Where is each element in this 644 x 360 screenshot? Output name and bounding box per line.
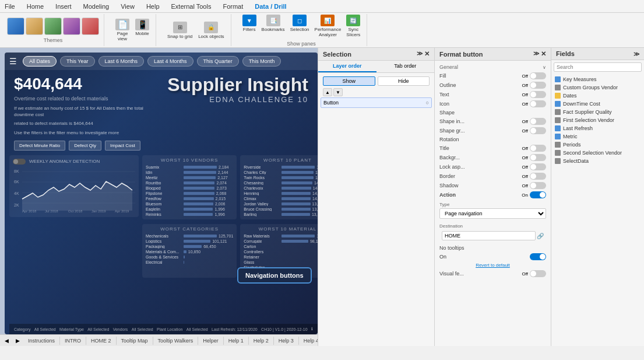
tab-tooltip-map[interactable]: Tooltip Map: [117, 337, 153, 345]
field-item[interactable]: Custom Groups Vendor: [552, 83, 643, 92]
filters-btn[interactable]: ▼ Filters: [241, 13, 258, 39]
fields-search[interactable]: [554, 62, 642, 72]
category-label: Category: [14, 327, 30, 331]
close-selection-icon[interactable]: ✕: [424, 50, 430, 58]
hamburger-icon[interactable]: ☰: [9, 57, 17, 66]
page-view-btn[interactable]: 📄 Pageview: [114, 18, 131, 43]
filter-last-6[interactable]: Last 6 Months: [98, 56, 145, 67]
menu-home[interactable]: Home: [24, 2, 46, 11]
backgr-toggle[interactable]: [530, 154, 546, 161]
perf-analyzer-btn[interactable]: 📊 PerformanceAnalyzer: [313, 13, 343, 39]
field-item[interactable]: Second Selection Vendor: [552, 149, 643, 157]
dest-icon[interactable]: 🔗: [537, 233, 544, 239]
border-toggle[interactable]: [530, 173, 546, 180]
icon-toggle[interactable]: [530, 100, 546, 107]
field-item[interactable]: SelectData: [552, 157, 643, 165]
general-section-title[interactable]: General ∨: [437, 63, 548, 71]
tab-home2[interactable]: HOME 2: [86, 337, 117, 345]
tab-tab-order[interactable]: Tab order: [376, 61, 435, 72]
shape-gr-toggle[interactable]: [530, 127, 546, 134]
plant-location-label: Plant Location: [157, 327, 182, 331]
shadow-toggle[interactable]: [530, 182, 546, 189]
visual-fe-off: Off: [522, 271, 528, 277]
tab-layer-order[interactable]: Layer order: [318, 61, 376, 72]
title-toggle[interactable]: [530, 145, 546, 152]
down-arrow-btn[interactable]: ▼: [333, 88, 343, 96]
field-item[interactable]: Metric: [552, 132, 643, 141]
field-item[interactable]: Last Refresh: [552, 124, 643, 132]
tab-help4[interactable]: Help 4: [299, 337, 318, 345]
prev-page-icon[interactable]: ◀: [1, 337, 12, 345]
snap-grid-btn[interactable]: ⊞ Snap to grid: [166, 20, 194, 40]
menu-insert[interactable]: Insert: [53, 2, 74, 11]
tab-help2[interactable]: Help 2: [249, 337, 274, 345]
fill-toggle[interactable]: [530, 72, 546, 79]
lock-asp-toggle[interactable]: [530, 163, 546, 170]
bookmarks-btn[interactable]: 📑 Bookmarks: [260, 13, 287, 39]
anomaly-toggle[interactable]: [13, 159, 26, 165]
lock-objects-btn[interactable]: 🔒 Lock objects: [196, 20, 226, 40]
menu-file[interactable]: File: [2, 2, 17, 11]
theme-1[interactable]: [7, 18, 24, 35]
filter-this-quarter[interactable]: This Quarter: [197, 56, 239, 67]
tooltips-toggle[interactable]: [530, 253, 546, 260]
menu-help[interactable]: Help: [144, 2, 162, 11]
dest-input[interactable]: [442, 231, 536, 240]
visual-fe-toggle[interactable]: [530, 270, 546, 277]
filter-all-dates[interactable]: All Dates: [23, 56, 57, 67]
defect-minute-btn[interactable]: Defect Minute Ratio: [14, 141, 65, 151]
field-item[interactable]: First Selection Vendor: [552, 116, 643, 124]
theme-4[interactable]: [63, 18, 80, 35]
sync-slicers-btn[interactable]: 🔄 SyncSlicers: [344, 13, 362, 39]
button-layer-item[interactable]: Button ○: [321, 97, 432, 108]
tab-help1[interactable]: Help 1: [224, 337, 249, 345]
filter-this-year[interactable]: This Year: [60, 56, 95, 67]
menu-external-tools[interactable]: External Tools: [169, 2, 214, 11]
field-item[interactable]: Periods: [552, 141, 643, 149]
up-arrow-btn[interactable]: ▲: [323, 88, 332, 96]
menu-modeling[interactable]: Modeling: [81, 2, 112, 11]
impact-cost-btn[interactable]: Impact Cost: [105, 141, 140, 151]
visual-fe-toggle-row: Off: [522, 270, 546, 277]
revert-link[interactable]: Revert to default: [437, 261, 548, 269]
action-toggle[interactable]: [530, 191, 546, 198]
show-btn[interactable]: Show: [323, 76, 375, 86]
field-item[interactable]: Key Measures: [552, 75, 643, 83]
selection-btn[interactable]: ◻ Selection: [288, 13, 311, 39]
shape-in-toggle[interactable]: [530, 118, 546, 125]
theme-2[interactable]: [26, 18, 43, 35]
themes-label: Themes: [44, 37, 63, 43]
tab-instructions[interactable]: Instructions: [23, 337, 60, 345]
defect-qty-btn[interactable]: Defect Qty: [69, 141, 101, 151]
expand-format-icon[interactable]: ≫: [533, 50, 539, 58]
theme-5[interactable]: [82, 18, 99, 35]
text-toggle[interactable]: [530, 91, 546, 98]
menu-view[interactable]: View: [118, 2, 137, 11]
info-icon[interactable]: ℹ: [311, 327, 313, 331]
field-item[interactable]: DownTime Cost: [552, 100, 643, 108]
hide-btn[interactable]: Hide: [378, 76, 430, 86]
expand-fields-icon[interactable]: ≫: [634, 51, 639, 57]
tab-helper[interactable]: Helper: [198, 337, 224, 345]
field-item[interactable]: Fact Supplier Quality: [552, 108, 643, 116]
shape-row: Shape: [437, 109, 548, 117]
next-page-icon[interactable]: ▶: [12, 337, 23, 345]
expand-icon[interactable]: ≫: [417, 50, 423, 58]
filter-this-month[interactable]: This Month: [242, 56, 281, 67]
menu-format[interactable]: Format: [220, 2, 245, 11]
line-chart: 8K 6K 4K 2K: [13, 167, 135, 214]
type-dropdown[interactable]: Page navigation: [439, 208, 546, 219]
tab-tooltip-walkers[interactable]: Tooltip Walkers: [153, 337, 199, 345]
menu-data-drill[interactable]: Data / Drill: [252, 2, 288, 11]
outline-toggle[interactable]: [530, 82, 546, 89]
tab-intro[interactable]: INTRO: [60, 337, 86, 345]
close-format-icon[interactable]: ✕: [541, 50, 546, 58]
field-item[interactable]: Dates: [552, 92, 643, 100]
filter-last-4[interactable]: Last 4 Months: [147, 56, 193, 67]
theme-3[interactable]: [44, 18, 62, 35]
mobile-btn[interactable]: 📱 Mobile: [133, 18, 151, 43]
icon-row: Icon Off: [437, 99, 548, 109]
tab-help3[interactable]: Help 3: [274, 337, 299, 345]
top-tables-row: WORST 10 VENDORS Suamix 2,184 Idin 2,144…: [142, 155, 318, 222]
table-row: Blogped 2,073: [146, 186, 233, 191]
